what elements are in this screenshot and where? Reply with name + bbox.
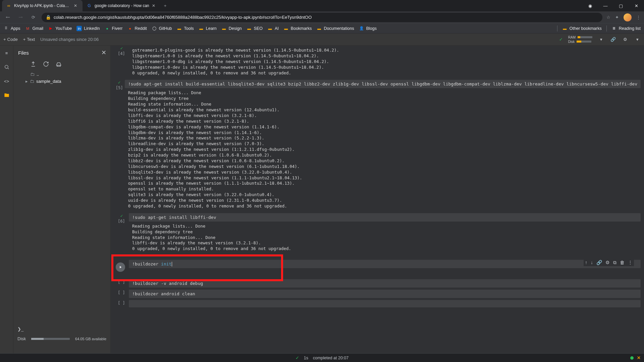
mirror-cell-icon[interactable]: ⧉ (613, 260, 616, 265)
linkedin-icon: in (76, 26, 82, 31)
close-panel-button[interactable]: ✕ (101, 49, 106, 56)
code-cell-empty[interactable]: [ ] (114, 300, 641, 307)
close-window-button[interactable]: ✕ (629, 0, 644, 11)
browser-tab-active[interactable]: ∞ KivyApp to APK.ipynb - Colabora ✕ (2, 0, 83, 11)
profile-avatar[interactable] (624, 13, 632, 21)
bookmark-github[interactable]: ◯GitHub (152, 26, 172, 31)
code-cell[interactable]: [ ] !buildozer -v android debug (114, 279, 641, 288)
mount-drive-icon[interactable] (56, 61, 62, 67)
code-cell-6[interactable]: ✓[6] !sudo apt-get install libffi-dev Re… (114, 213, 641, 254)
left-rail: ≡ <> (0, 46, 13, 353)
google-favicon: G (87, 3, 92, 8)
extensions-icon[interactable]: ✦ (615, 15, 619, 20)
nav-forward-button[interactable]: 🡒 (16, 13, 25, 22)
nav-back-button[interactable]: 🡐 (3, 13, 12, 22)
url-text: colab.research.google.com/gist/kaustubhg… (54, 15, 312, 20)
bookmark-seo[interactable]: ▬SEO (247, 26, 263, 31)
bookmark-youtube[interactable]: ▶YouTube (48, 26, 72, 31)
code-input[interactable] (129, 300, 641, 307)
toc-icon[interactable]: ≡ (3, 50, 10, 56)
file-node-sample-data[interactable]: ▸🗀sample_data (30, 79, 107, 84)
bookmark-documentations[interactable]: ▬Documentations (316, 26, 354, 31)
cell-menu-icon[interactable]: ⋮ (628, 260, 633, 265)
chrome-menu-icon[interactable]: ⋮ (636, 15, 641, 20)
bookmark-learn[interactable]: ▬Learn (199, 26, 217, 31)
url-input[interactable]: 🔒 colab.research.google.com/gist/kaustub… (42, 13, 602, 22)
folder-icon: ▬ (247, 26, 252, 31)
delete-cell-icon[interactable]: 🗑 (620, 260, 625, 265)
chevron-down-icon[interactable]: ▾ (598, 37, 604, 42)
save-status: Unsaved changes since 20:06 (40, 37, 99, 42)
files-icon[interactable] (3, 92, 10, 99)
link-cell-icon[interactable]: 🔗 (596, 260, 602, 265)
bookmark-other[interactable]: ▬Other bookmarks (562, 26, 602, 31)
folder-icon: ▬ (177, 26, 182, 31)
star-icon[interactable]: ☆ (606, 15, 610, 20)
bookmark-fiverr[interactable]: ●Fiverr (105, 26, 123, 31)
cell-settings-icon[interactable]: ⚙ (605, 260, 610, 265)
close-status-icon[interactable]: ✕ (637, 355, 641, 360)
cell-status-check-icon: ✓ (120, 214, 123, 218)
disk-available: 64.05 GB available (75, 337, 106, 341)
move-down-icon[interactable]: ↓ (591, 260, 593, 265)
bookmark-blogs[interactable]: 👤Blogs (359, 26, 377, 31)
chevron-right-icon: ▸ (25, 79, 28, 84)
tab-title: google colaboratory - How can (95, 3, 149, 8)
status-bar: ✓ 1s completed at 20:07 ✕ (0, 353, 644, 362)
code-snippets-icon[interactable]: <> (3, 78, 10, 84)
bookmark-gmail[interactable]: MGmail (25, 26, 44, 31)
code-cell-5[interactable]: ✓[5] !sudo apt-get install build-essenti… (114, 80, 641, 211)
bookmark-tools[interactable]: ▬Tools (177, 26, 194, 31)
search-icon[interactable] (3, 64, 10, 70)
files-panel: Files ✕ 🗀.. ▸🗀sample_data ❯_ Disk 64.05 … (13, 46, 111, 353)
code-input[interactable]: !buildozer android clean (129, 290, 641, 298)
lock-icon: 🔒 (46, 15, 51, 20)
bookmark-reddit[interactable]: ●Reddit (127, 26, 147, 31)
add-code-cell-button[interactable]: +Code (3, 37, 18, 42)
gmail-icon: M (25, 26, 31, 31)
status-message: completed at 20:07 (313, 356, 348, 360)
new-tab-button[interactable]: ＋ (161, 0, 170, 11)
bookmark-bookmarks[interactable]: ▬Bookmarks (283, 26, 312, 31)
folder-icon: ▬ (562, 26, 568, 31)
reading-list-icon: ≣ (611, 26, 617, 31)
browser-tab[interactable]: G google colaboratory - How can ✕ (83, 0, 161, 11)
move-up-icon[interactable]: ↑ (585, 260, 587, 265)
settings-gear-icon[interactable]: ⚙ (622, 37, 629, 42)
cell-output: gstreamer1.0-plugins-good is already the… (129, 46, 641, 78)
link-icon[interactable]: 🔗 (610, 37, 616, 42)
notebook-area[interactable]: ✓[4] gstreamer1.0-plugins-good is alread… (111, 46, 644, 353)
refresh-icon[interactable] (43, 61, 49, 67)
folder-icon: 🗀 (30, 72, 35, 77)
code-cell-4[interactable]: ✓[4] gstreamer1.0-plugins-good is alread… (114, 46, 641, 78)
bookmark-apps[interactable]: ⠿Apps (3, 26, 20, 31)
close-tab-icon[interactable]: ✕ (152, 3, 157, 8)
folder-icon: ▬ (221, 26, 227, 31)
account-dot-icon[interactable]: ◉ (582, 0, 598, 11)
ram-disk-indicator[interactable]: RAM Disk (568, 36, 592, 44)
code-input[interactable]: !buildozer init (129, 260, 641, 268)
upload-icon[interactable] (30, 61, 36, 67)
reddit-icon: ● (127, 26, 133, 31)
folder-icon: ▬ (199, 26, 204, 31)
bookmark-design[interactable]: ▬Design (221, 26, 242, 31)
code-input[interactable]: !sudo apt-get install libffi-dev (129, 213, 641, 222)
code-input[interactable]: !buildozer -v android debug (129, 279, 641, 288)
code-input[interactable]: !sudo apt-get install build-essential li… (125, 80, 641, 88)
maximize-window-button[interactable]: ▢ (613, 0, 629, 11)
bookmark-ai[interactable]: ▬AI (267, 26, 279, 31)
run-cell-button[interactable] (116, 262, 125, 272)
close-tab-icon[interactable]: ✕ (74, 3, 78, 8)
code-cell[interactable]: [ ] !buildozer android clean (114, 290, 641, 298)
file-node-parent[interactable]: 🗀.. (30, 72, 107, 77)
bookmark-reading-list[interactable]: ≣Reading list (611, 26, 641, 31)
code-cell-active[interactable]: !buildozer init ↑ ↓ 🔗 ⚙ ⧉ 🗑 ⋮ (114, 260, 641, 272)
terminal-icon[interactable]: ❯_ (17, 326, 23, 331)
status-time: 1s (304, 356, 308, 360)
nav-reload-button[interactable]: ⟳ (29, 13, 38, 22)
bookmark-linkedin[interactable]: inLinkedIn (76, 26, 100, 31)
add-text-cell-button[interactable]: +Text (23, 37, 35, 42)
minimize-window-button[interactable]: — (598, 0, 613, 11)
folder-icon: ▬ (283, 26, 289, 31)
chevron-down-icon[interactable]: ▾ (634, 37, 641, 42)
